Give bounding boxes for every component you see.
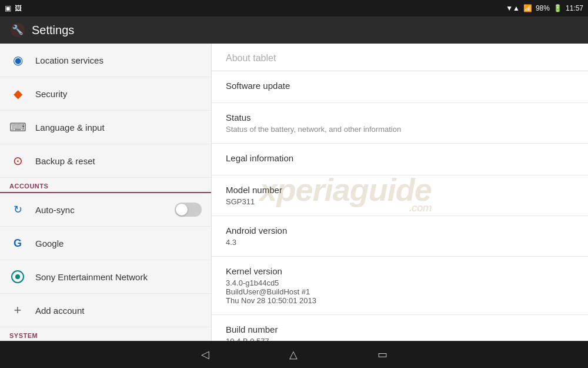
android-version-value: 4.3 xyxy=(226,238,574,247)
info-section-android-version: Android version 4.3 xyxy=(212,216,588,257)
security-icon: ◆ xyxy=(9,85,26,102)
model-number-value: SGP311 xyxy=(226,197,574,206)
auto-sync-label: Auto-sync xyxy=(35,205,75,215)
sidebar-item-label: Location services xyxy=(35,55,103,65)
sidebar-item-label: Add account xyxy=(35,306,84,316)
info-section-build-number: Build number 10.4.B.0.577 xyxy=(212,315,588,341)
android-version-title: Android version xyxy=(226,226,574,236)
svg-text:🔧: 🔧 xyxy=(12,24,24,35)
notification-icon-2: 🖼 xyxy=(15,4,22,12)
status-bar: ▣ 🖼 ▼▲ 📶 98% 🔋 11:57 xyxy=(0,0,588,16)
add-icon: + xyxy=(9,302,26,319)
info-section-legal[interactable]: Legal information xyxy=(212,144,588,175)
software-update-title: Software update xyxy=(226,81,574,91)
home-button[interactable]: △ xyxy=(285,343,302,366)
right-panel-header: About tablet xyxy=(212,44,588,71)
svg-point-3 xyxy=(15,274,20,279)
auto-sync-toggle[interactable] xyxy=(175,203,202,217)
build-number-title: Build number xyxy=(226,324,574,334)
toggle-knob xyxy=(176,204,188,216)
sony-icon xyxy=(9,268,26,285)
sidebar-item-add-account[interactable]: + Add account xyxy=(0,294,211,327)
info-section-status[interactable]: Status Status of the battery, network, a… xyxy=(212,103,588,144)
toggle-row-auto-sync[interactable]: ↻ Auto-sync xyxy=(0,193,211,227)
system-section-header: SYSTEM xyxy=(0,327,211,341)
status-title: Status xyxy=(226,112,574,122)
signal-icon: ▼▲ xyxy=(506,4,520,12)
page-title: Settings xyxy=(32,24,74,37)
status-bar-left: ▣ 🖼 xyxy=(5,4,22,12)
status-bar-right: ▼▲ 📶 98% 🔋 11:57 xyxy=(506,4,583,12)
sidebar-item-label: Backup & reset xyxy=(35,156,95,166)
recent-apps-button[interactable]: ▭ xyxy=(373,343,392,366)
sidebar: ◉ Location services ◆ Security ⌨ Languag… xyxy=(0,44,212,341)
info-section-kernel-version: Kernel version 3.4.0-g1b44cd5 BuildUser@… xyxy=(212,257,588,315)
model-number-title: Model number xyxy=(226,185,574,195)
sidebar-item-security[interactable]: ◆ Security xyxy=(0,77,211,111)
right-panel: About tablet Software update Status Stat… xyxy=(212,44,588,341)
status-subtitle: Status of the battery, network, and othe… xyxy=(226,125,574,134)
sidebar-item-sony-entertainment[interactable]: Sony Entertainment Network xyxy=(0,260,211,294)
build-number-value: 10.4.B.0.577 xyxy=(226,337,574,341)
back-button[interactable]: ◁ xyxy=(196,343,214,366)
sidebar-item-language-input[interactable]: ⌨ Language & input xyxy=(0,111,211,144)
accounts-section-header: ACCOUNTS xyxy=(0,178,211,193)
sync-icon: ↻ xyxy=(9,201,26,218)
sidebar-item-location-services[interactable]: ◉ Location services xyxy=(0,44,211,77)
sidebar-item-google[interactable]: G Google xyxy=(0,227,211,260)
wifi-icon: 📶 xyxy=(523,4,532,12)
backup-icon: ⊙ xyxy=(9,152,26,169)
sidebar-item-label: Google xyxy=(35,238,64,248)
time-display: 11:57 xyxy=(566,4,583,12)
settings-wrench-icon: 🔧 xyxy=(9,22,26,38)
keyboard-icon: ⌨ xyxy=(9,119,26,135)
sidebar-item-label: Security xyxy=(35,89,67,99)
battery-text: 98% xyxy=(536,4,550,12)
legal-title: Legal information xyxy=(226,153,574,163)
location-icon: ◉ xyxy=(9,52,26,68)
battery-icon: 🔋 xyxy=(553,4,562,12)
info-section-model-number: Model number SGP311 xyxy=(212,175,588,216)
sidebar-item-backup-reset[interactable]: ⊙ Backup & reset xyxy=(0,144,211,178)
toggle-left: ↻ Auto-sync xyxy=(9,201,75,218)
main-content: ◉ Location services ◆ Security ⌨ Languag… xyxy=(0,44,588,341)
sidebar-item-label: Sony Entertainment Network xyxy=(35,272,148,282)
title-bar: 🔧 Settings xyxy=(0,16,588,44)
notification-icon-1: ▣ xyxy=(5,4,11,12)
info-section-software-update[interactable]: Software update xyxy=(212,71,588,103)
kernel-version-value: 3.4.0-g1b44cd5 BuildUser@BuildHost #1 Th… xyxy=(226,279,574,305)
google-icon: G xyxy=(9,235,26,251)
sidebar-item-label: Language & input xyxy=(35,122,105,132)
bottom-nav: ◁ △ ▭ xyxy=(0,341,588,368)
kernel-version-title: Kernel version xyxy=(226,266,574,276)
